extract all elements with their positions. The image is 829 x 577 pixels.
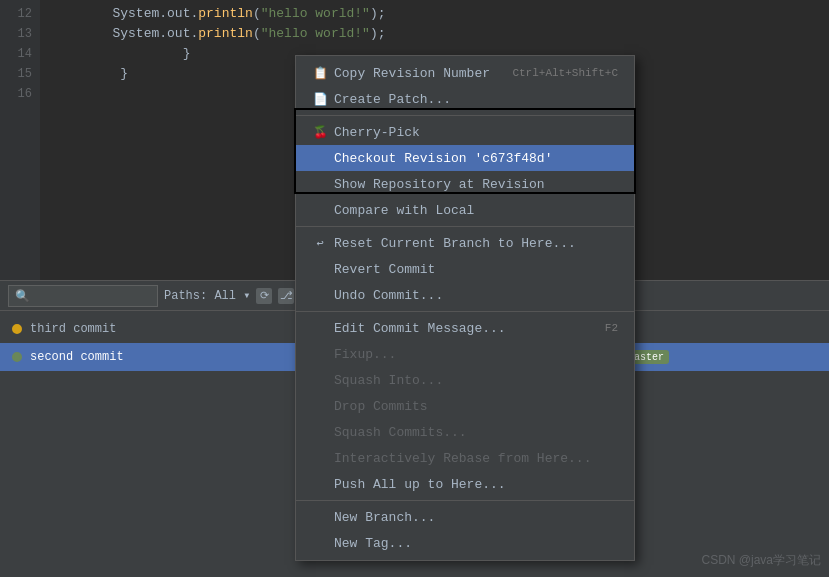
menu-sep-2 — [296, 226, 634, 227]
commit-label-second: second commit — [30, 350, 124, 364]
compare-icon — [312, 202, 328, 218]
menu-new-tag-label: New Tag... — [334, 536, 412, 551]
menu-drop-commits[interactable]: Drop Commits — [296, 393, 634, 419]
undo-icon — [312, 287, 328, 303]
menu-drop-label: Drop Commits — [334, 399, 428, 414]
menu-push-label: Push All up to Here... — [334, 477, 506, 492]
menu-show-repo[interactable]: Show Repository at Revision — [296, 171, 634, 197]
menu-squash-into-label: Squash Into... — [334, 373, 443, 388]
menu-revert-commit[interactable]: Revert Commit — [296, 256, 634, 282]
menu-cherry-pick[interactable]: 🍒 Cherry-Pick — [296, 119, 634, 145]
menu-squash-commits[interactable]: Squash Commits... — [296, 419, 634, 445]
line-numbers: 12 13 14 15 16 — [0, 0, 40, 280]
menu-compare-label: Compare with Local — [334, 203, 474, 218]
new-tag-icon — [312, 535, 328, 551]
drop-icon — [312, 398, 328, 414]
menu-copy-label: Copy Revision Number — [334, 66, 490, 81]
menu-sep-4 — [296, 500, 634, 501]
revert-icon — [312, 261, 328, 277]
menu-create-patch[interactable]: 📄 Create Patch... — [296, 86, 634, 112]
menu-cherry-label: Cherry-Pick — [334, 125, 420, 140]
menu-checkout-revision[interactable]: Checkout Revision 'c673f48d' — [296, 145, 634, 171]
commit-dot-second — [12, 352, 22, 362]
menu-edit-shortcut: F2 — [605, 322, 618, 334]
menu-undo-commit[interactable]: Undo Commit... — [296, 282, 634, 308]
line-num-15: 15 — [0, 64, 32, 84]
refresh-button[interactable]: ⟳ — [256, 288, 272, 304]
menu-reset-label: Reset Current Branch to Here... — [334, 236, 576, 251]
menu-patch-label: Create Patch... — [334, 92, 451, 107]
copy-icon: 📋 — [312, 65, 328, 81]
menu-checkout-label: Checkout Revision 'c673f48d' — [334, 151, 552, 166]
watermark: CSDN @java学习笔记 — [701, 552, 821, 569]
edit-icon — [312, 320, 328, 336]
menu-undo-label: Undo Commit... — [334, 288, 443, 303]
menu-revert-label: Revert Commit — [334, 262, 435, 277]
rebase-icon — [312, 450, 328, 466]
menu-squash-into[interactable]: Squash Into... — [296, 367, 634, 393]
menu-copy-shortcut: Ctrl+Alt+Shift+C — [512, 67, 618, 79]
squash-commits-icon — [312, 424, 328, 440]
menu-squash-commits-label: Squash Commits... — [334, 425, 467, 440]
menu-copy-revision[interactable]: 📋 Copy Revision Number Ctrl+Alt+Shift+C — [296, 60, 634, 86]
menu-rebase-label: Interactively Rebase from Here... — [334, 451, 591, 466]
menu-compare-local[interactable]: Compare with Local — [296, 197, 634, 223]
menu-rebase[interactable]: Interactively Rebase from Here... — [296, 445, 634, 471]
watermark-text: CSDN @java学习笔记 — [701, 553, 821, 567]
code-line-12: System . out . println ( "hello world!" … — [50, 4, 819, 24]
menu-reset-branch[interactable]: ↩ Reset Current Branch to Here... — [296, 230, 634, 256]
menu-edit-message[interactable]: Edit Commit Message... F2 — [296, 315, 634, 341]
fixup-icon — [312, 346, 328, 362]
menu-sep-1 — [296, 115, 634, 116]
code-line-13: System . out . println ( "hello world!" … — [50, 24, 819, 44]
menu-new-tag[interactable]: New Tag... — [296, 530, 634, 556]
reset-icon: ↩ — [312, 235, 328, 251]
menu-fixup[interactable]: Fixup... — [296, 341, 634, 367]
new-branch-icon — [312, 509, 328, 525]
line-num-12: 12 — [0, 4, 32, 24]
line-num-16: 16 — [0, 84, 32, 104]
patch-icon: 📄 — [312, 91, 328, 107]
line-num-14: 14 — [0, 44, 32, 64]
menu-edit-label: Edit Commit Message... — [334, 321, 506, 336]
paths-label: Paths: All ▾ — [164, 288, 250, 303]
squash-icon — [312, 372, 328, 388]
search-input[interactable] — [8, 285, 158, 307]
menu-fixup-label: Fixup... — [334, 347, 396, 362]
menu-show-repo-label: Show Repository at Revision — [334, 177, 545, 192]
line-num-13: 13 — [0, 24, 32, 44]
menu-new-branch[interactable]: New Branch... — [296, 504, 634, 530]
menu-sep-3 — [296, 311, 634, 312]
commit-dot-third — [12, 324, 22, 334]
repo-icon — [312, 176, 328, 192]
branch-button[interactable]: ⎇ — [278, 288, 294, 304]
context-menu: 📋 Copy Revision Number Ctrl+Alt+Shift+C … — [295, 55, 635, 561]
commit-label-third: third commit — [30, 322, 116, 336]
menu-push-all[interactable]: Push All up to Here... — [296, 471, 634, 497]
menu-new-branch-label: New Branch... — [334, 510, 435, 525]
push-icon — [312, 476, 328, 492]
checkout-icon — [312, 150, 328, 166]
cherry-icon: 🍒 — [312, 124, 328, 140]
